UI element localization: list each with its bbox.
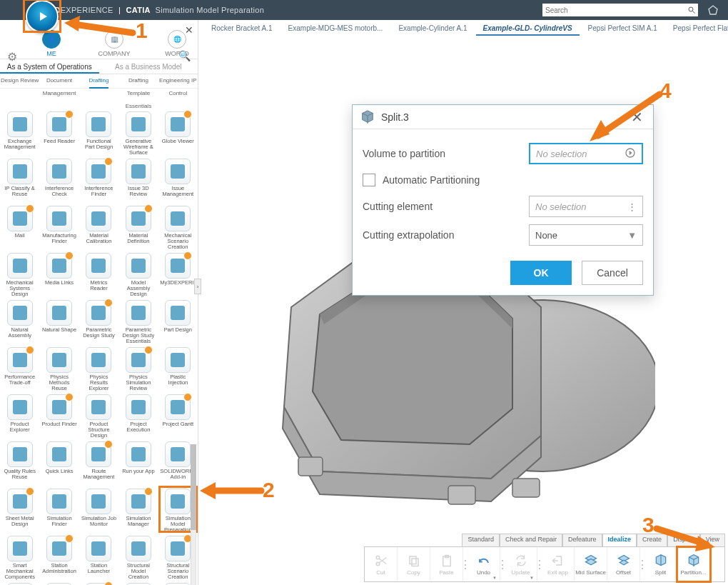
app-tile[interactable]: —: [39, 580, 79, 585]
section-tab[interactable]: Idealize: [602, 534, 637, 546]
app-tile[interactable]: Station Administration: [39, 533, 79, 580]
section-tab[interactable]: Display: [667, 534, 700, 546]
app-tile[interactable]: Interference Finder: [79, 156, 118, 203]
app-tile[interactable]: Smart Mechanical Components: [0, 533, 39, 580]
app-tile[interactable]: Product Finder: [39, 391, 79, 439]
app-tile[interactable]: Exchange Management: [0, 109, 39, 156]
app-tile[interactable]: Route Management: [79, 439, 118, 486]
sidebar-scope-tab[interactable]: 🏢COMPANY: [93, 30, 136, 57]
document-tab[interactable]: Example-MDG-MES motorb...: [281, 21, 390, 36]
app-tile[interactable]: Material Definition: [118, 203, 158, 250]
app-tile[interactable]: Physics Results Explorer: [79, 344, 118, 391]
app-tile[interactable]: Parametric Design Study: [79, 297, 118, 344]
sidebar-category-tab[interactable]: Engineering IP Control: [158, 74, 198, 88]
app-tile[interactable]: Globe Viewer: [158, 109, 198, 156]
app-tile[interactable]: Natural Assembly: [0, 297, 39, 344]
app-tile[interactable]: Mechanical Systems Design: [0, 250, 39, 297]
app-tile[interactable]: Product Explorer: [0, 391, 39, 439]
app-tile[interactable]: IP Classify & Reuse: [0, 156, 39, 203]
app-icon: [86, 111, 111, 137]
app-tile[interactable]: Material Calibration: [79, 203, 118, 250]
section-tab[interactable]: Check and Repair: [500, 534, 562, 546]
app-tile[interactable]: Mechanical Scenario Creation: [158, 203, 198, 250]
toolbar-partition-button[interactable]: Partition...: [677, 547, 710, 581]
app-tile[interactable]: Media Links: [39, 250, 79, 297]
app-tile[interactable]: Structural Model Creation: [118, 533, 158, 580]
app-tile[interactable]: Station Launcher: [79, 533, 118, 580]
document-tab[interactable]: Example-Cylinder A.1: [391, 21, 474, 36]
app-tile[interactable]: Quality Rules Reuse: [0, 439, 39, 486]
toolbar-splitbutton[interactable]: Split: [644, 547, 677, 581]
sidebar-category-tab[interactable]: Document Management: [39, 74, 79, 88]
app-tile[interactable]: Metrics Reader: [79, 250, 118, 297]
app-tile[interactable]: Performance Trade-off: [0, 344, 39, 391]
document-tab[interactable]: Example-GLD- CylindreVS: [476, 21, 580, 36]
app-tile[interactable]: Plastic Injection: [158, 344, 198, 391]
tag-icon[interactable]: [705, 2, 721, 18]
app-tile[interactable]: Part Design: [158, 297, 198, 344]
toolbar-undobutton[interactable]: Undo▼: [467, 547, 500, 581]
app-tile[interactable]: Physics Methods Reuse: [39, 344, 79, 391]
app-tile[interactable]: Interference Check: [39, 156, 79, 203]
section-tab[interactable]: Create: [637, 534, 667, 546]
app-tile[interactable]: Project Gantt: [158, 391, 198, 439]
automatic-partitioning-checkbox[interactable]: [363, 174, 375, 186]
app-tile[interactable]: Physics Simulation Review: [118, 344, 158, 391]
app-label: Physics Methods Reuse: [41, 374, 77, 391]
app-tile[interactable]: Issue 3D Review: [118, 156, 158, 203]
cutting-element-field[interactable]: No selection ⋮: [529, 196, 643, 217]
sidebar-scope-tab[interactable]: 🌐WORLD: [156, 30, 198, 57]
section-tab[interactable]: Standard: [462, 534, 500, 546]
volume-to-partition-field[interactable]: No selection: [529, 143, 643, 164]
app-tile[interactable]: Simulation Manager: [118, 486, 158, 533]
cancel-button[interactable]: Cancel: [582, 261, 643, 285]
close-icon[interactable]: ✕: [628, 109, 646, 126]
app-tile[interactable]: Generative Wireframe & Surface: [118, 109, 158, 156]
section-tab[interactable]: View: [700, 534, 725, 546]
app-title: 3DEXPERIENCE | CATIA Simulation Model Pr…: [46, 6, 264, 14]
app-tile[interactable]: My3DEXPERIE...: [158, 250, 198, 297]
app-tile[interactable]: Simulation Job Monitor: [79, 486, 118, 533]
app-tile[interactable]: Project Execution: [118, 391, 158, 439]
document-tab[interactable]: Rocker Bracket A.1: [204, 21, 280, 36]
search-icon[interactable]: 🔍: [178, 50, 191, 61]
toolbar-mid-surfacebutton[interactable]: Mid Surface: [575, 547, 607, 581]
app-tile[interactable]: Natural Shape: [39, 297, 79, 344]
scrollbar[interactable]: [191, 444, 198, 585]
cutting-extrapolation-select[interactable]: None ▼: [529, 224, 643, 246]
app-label: Station Administration: [41, 563, 77, 574]
app-tile[interactable]: Product Structure Design: [79, 391, 118, 439]
app-tile[interactable]: Mail: [0, 203, 39, 250]
app-tile[interactable]: Quick Links: [39, 439, 79, 486]
section-tab[interactable]: Defeature: [562, 534, 602, 546]
app-icon: [46, 159, 72, 184]
app-tile[interactable]: Functional Part Design: [79, 109, 118, 156]
app-tile[interactable]: Run your App: [118, 439, 158, 486]
ok-button[interactable]: OK: [510, 261, 572, 285]
app-tile[interactable]: —: [0, 580, 39, 585]
search-button[interactable]: [685, 4, 698, 16]
svg-rect-5: [512, 479, 540, 497]
chevron-right-icon[interactable]: ›: [194, 279, 201, 294]
search-input[interactable]: [542, 4, 685, 16]
sidebar-mode-tab[interactable]: As a Business Model: [99, 59, 198, 74]
document-tab[interactable]: Pepsi Perfect SIM A.1: [581, 21, 664, 36]
split-dialog-icon: [360, 109, 375, 125]
sidebar-category-tab[interactable]: Drafting: [79, 74, 118, 88]
app-tile[interactable]: Parametric Design Study Essentials: [118, 297, 158, 344]
app-tile[interactable]: —: [118, 580, 158, 585]
app-tile[interactable]: Manufacturing Finder: [39, 203, 79, 250]
document-tab[interactable]: Pepsi Perfect Flat logo A.1: [666, 21, 728, 36]
sidebar-category-tab[interactable]: Design Review: [0, 74, 39, 88]
gear-icon[interactable]: ⚙: [7, 50, 17, 64]
sidebar-category-tab[interactable]: Drafting Template Essentials: [118, 74, 158, 88]
app-tile[interactable]: Sheet Metal Design: [0, 486, 39, 533]
app-tile[interactable]: —: [79, 580, 118, 585]
compass-button[interactable]: [26, 0, 63, 37]
app-tile[interactable]: Simulation Finder: [39, 486, 79, 533]
app-tile[interactable]: Issue Management: [158, 156, 198, 203]
toolbar-offsetbutton[interactable]: Offset: [607, 547, 640, 581]
app-label: Natural Assembly: [2, 327, 38, 339]
app-tile[interactable]: Model Assembly Design: [118, 250, 158, 297]
app-tile[interactable]: Feed Reader: [39, 109, 79, 156]
